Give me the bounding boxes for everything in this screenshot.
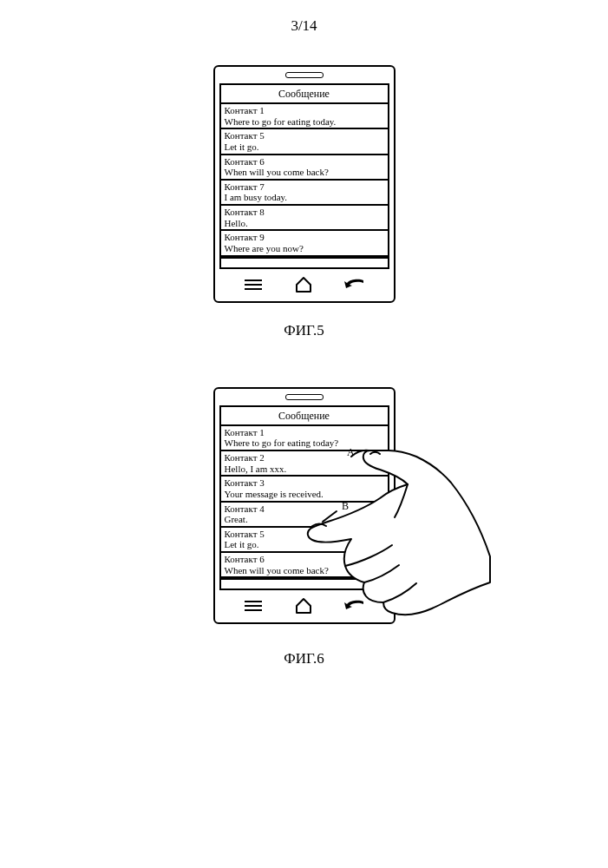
contact-name: Контакт 1 — [225, 105, 384, 116]
message-preview: Let it go. — [225, 539, 384, 550]
back-icon[interactable] — [343, 597, 367, 615]
contact-name: Контакт 2 — [225, 452, 384, 464]
figure-5: Сообщение Контакт 1 Where to go for eati… — [0, 65, 608, 387]
message-preview: When will you come back? — [225, 167, 384, 178]
navbar — [219, 269, 389, 297]
figure-6: Сообщение Контакт 1 Where to go for eati… — [0, 387, 608, 625]
list-item[interactable]: Контакт 8 Hello. — [221, 206, 388, 231]
message-preview: Where to go for eating today. — [225, 116, 384, 128]
list-item[interactable]: Контакт 1 Where to go for eating today. — [221, 104, 388, 129]
figure-caption: ФИГ.5 — [284, 322, 324, 339]
app-title: Сообщение — [221, 407, 388, 426]
list-item[interactable]: Контакт 2 Hello, I am xxx. — [221, 451, 388, 477]
message-preview: Your message is received. — [225, 489, 384, 500]
page-number: 3/14 — [0, 17, 608, 35]
list-item[interactable]: Контакт 5 Let it go. — [221, 129, 388, 155]
contact-name: Контакт 5 — [225, 130, 384, 141]
contact-name: Контакт 3 — [225, 477, 384, 489]
back-icon[interactable] — [343, 276, 367, 293]
message-preview: Let it go. — [225, 141, 384, 153]
menu-icon[interactable] — [241, 276, 265, 293]
message-preview: When will you come back? — [225, 565, 384, 576]
list-item[interactable]: Контакт 4 Great. — [221, 503, 388, 528]
message-preview: Great. — [225, 514, 384, 525]
contact-name: Контакт 9 — [225, 232, 384, 243]
message-preview: Hello. — [225, 218, 384, 229]
contact-name: Контакт 8 — [225, 207, 384, 218]
contact-name: Контакт 6 — [225, 554, 384, 565]
message-list: Контакт 1 Where to go for eating today? … — [221, 426, 388, 589]
phone-frame: Сообщение Контакт 1 Where to go for eati… — [213, 387, 396, 625]
message-list: Контакт 1 Where to go for eating today. … — [221, 104, 388, 267]
list-item[interactable]: Контакт 6 When will you come back? — [221, 155, 388, 181]
screen: Сообщение Контакт 1 Where to go for eati… — [219, 83, 389, 269]
speaker-slot — [285, 72, 324, 78]
list-item[interactable] — [221, 578, 388, 589]
contact-name: Контакт 5 — [225, 529, 384, 540]
contact-name: Контакт 6 — [225, 156, 384, 168]
app-title: Сообщение — [221, 85, 388, 104]
speaker-slot — [285, 394, 324, 400]
touch-point-label-a: A — [347, 446, 355, 459]
touch-point-label-b: B — [342, 500, 349, 513]
menu-icon[interactable] — [241, 597, 265, 615]
phone-frame: Сообщение Контакт 1 Where to go for eati… — [213, 65, 396, 303]
contact-name: Контакт 7 — [225, 181, 384, 193]
list-item[interactable] — [221, 257, 388, 267]
screen: Сообщение Контакт 1 Where to go for eati… — [219, 405, 389, 591]
message-preview: Hello, I am xxx. — [225, 464, 384, 475]
contact-name: Контакт 4 — [225, 503, 384, 515]
message-preview: I am busy today. — [225, 192, 384, 203]
figure-caption: ФИГ.6 — [0, 650, 608, 667]
list-item[interactable]: Контакт 7 I am busy today. — [221, 181, 388, 206]
list-item[interactable]: Контакт 5 Let it go. — [221, 528, 388, 553]
navbar — [219, 590, 389, 618]
home-icon[interactable] — [291, 276, 316, 293]
list-item[interactable]: Контакт 3 Your message is received. — [221, 477, 388, 502]
home-icon[interactable] — [291, 597, 316, 615]
list-item[interactable]: Контакт 1 Where to go for eating today? — [221, 426, 388, 451]
contact-name: Контакт 1 — [225, 427, 384, 438]
message-preview: Where are you now? — [225, 243, 384, 254]
list-item[interactable]: Контакт 9 Where are you now? — [221, 231, 388, 256]
list-item[interactable]: Контакт 6 When will you come back? — [221, 553, 388, 578]
message-preview: Where to go for eating today? — [225, 437, 384, 449]
